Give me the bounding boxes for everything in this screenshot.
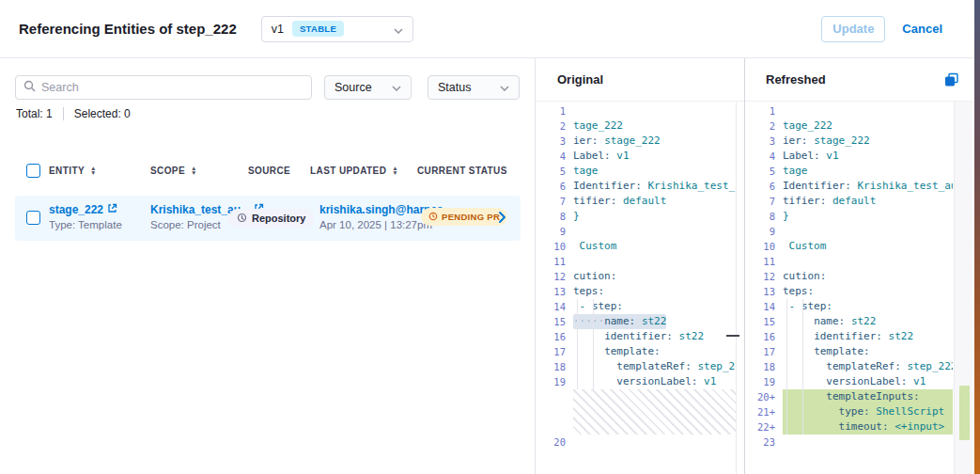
row-checkbox[interactable] bbox=[26, 211, 40, 225]
clock-icon bbox=[428, 212, 438, 223]
version-select[interactable]: v1 STABLE bbox=[261, 16, 413, 42]
code-line: 18 templateRef: step_222 bbox=[751, 359, 953, 374]
update-button[interactable]: Update bbox=[821, 16, 885, 42]
original-pane: Original 12tage_2223ier: stage_2224Label… bbox=[536, 58, 745, 474]
table-row[interactable]: stage_222 Type: Template Krishika_test_a… bbox=[15, 196, 521, 241]
status-badge: PENDING PR bbox=[421, 208, 507, 226]
entity-link[interactable]: stage_222 bbox=[49, 203, 122, 216]
code-line: 2tage_222 bbox=[541, 118, 736, 134]
page-edge-accent bbox=[974, 0, 980, 474]
code-line: 16 identifier: st22 bbox=[541, 329, 736, 344]
code-line: 11 bbox=[751, 254, 953, 269]
total-count: Total: 1 bbox=[16, 107, 53, 120]
code-line: 14 - step: bbox=[541, 299, 736, 314]
code-line: 22+ timeout: <+input> bbox=[751, 419, 953, 434]
code-line: 14 - step: bbox=[751, 299, 953, 314]
code-line: 13teps: bbox=[751, 284, 953, 299]
chevron-down-icon bbox=[394, 21, 403, 38]
code-line: 3ier: stage_222 bbox=[751, 134, 953, 149]
top-bar: Referencing Entities of step_222 v1 STAB… bbox=[0, 0, 980, 58]
code-line: 1 bbox=[541, 103, 736, 118]
code-line: 10 Custom bbox=[751, 239, 953, 254]
divider bbox=[63, 107, 64, 120]
original-title: Original bbox=[557, 72, 603, 87]
stable-badge: STABLE bbox=[292, 21, 344, 37]
status-filter-dropdown[interactable]: Status bbox=[428, 75, 520, 100]
sort-icon[interactable]: ▲▼ bbox=[90, 166, 97, 175]
code-line: 8} bbox=[751, 209, 953, 224]
entity-cell: stage_222 Type: Template bbox=[49, 203, 122, 230]
refreshed-title: Refreshed bbox=[766, 72, 826, 87]
page-title: Referencing Entities of step_222 bbox=[19, 21, 237, 37]
code-line: 5tage bbox=[541, 164, 736, 179]
column-source: SOURCE bbox=[248, 166, 290, 176]
sort-icon[interactable]: ▲▼ bbox=[191, 166, 197, 175]
scrollbar-track[interactable] bbox=[736, 102, 737, 474]
diff-collapsed-region bbox=[573, 389, 736, 434]
code-line: 10 Custom bbox=[541, 239, 736, 254]
code-line: 11 bbox=[541, 254, 736, 269]
column-scope: SCOPE ▲▼ bbox=[150, 166, 197, 176]
search-input[interactable] bbox=[41, 81, 303, 94]
column-current-status: CURRENT STATUS bbox=[417, 166, 507, 176]
indent-guide bbox=[593, 299, 594, 389]
entity-type: Type: Template bbox=[49, 219, 122, 230]
indent-guide bbox=[577, 299, 578, 389]
version-label: v1 bbox=[272, 23, 284, 36]
column-last-updated: LAST UPDATED ▲▼ bbox=[310, 166, 398, 176]
code-line: 6Identifier: Krishika_test_aut bbox=[541, 179, 736, 194]
code-line: 4Label: v1 bbox=[541, 149, 736, 164]
code-line: 23 bbox=[751, 434, 953, 450]
code-line: 2tage_222 bbox=[751, 118, 953, 134]
code-line: 12cution: bbox=[751, 269, 953, 284]
cancel-button[interactable]: Cancel bbox=[902, 22, 942, 36]
overview-added-marker bbox=[959, 386, 970, 440]
original-code: 12tage_2223ier: stage_2224Label: v15tage… bbox=[536, 102, 736, 474]
selected-count: Selected: 0 bbox=[74, 107, 131, 120]
code-line: 4Label: v1 bbox=[751, 149, 953, 164]
code-line: 9 bbox=[751, 224, 953, 239]
code-line: 15 name: st22 bbox=[751, 314, 953, 329]
copy-icon[interactable] bbox=[944, 72, 959, 87]
code-line: 20+ templateInputs: bbox=[751, 389, 953, 404]
diff-position-marker bbox=[726, 335, 739, 337]
entities-list-panel: Source Status Total: 1 Selected: 0 ENTIT… bbox=[0, 58, 536, 474]
referencing-entities-drawer: Referencing Entities of step_222 v1 STAB… bbox=[0, 0, 980, 474]
source-filter-label: Source bbox=[334, 81, 372, 94]
totals-bar: Total: 1 Selected: 0 bbox=[16, 107, 131, 120]
code-line: 19 versionLabel: v1 bbox=[541, 374, 736, 389]
column-entity: ENTITY ▲▼ bbox=[49, 166, 97, 176]
code-line: 6Identifier: Krishika_test_aut bbox=[751, 179, 953, 194]
table-header: ENTITY ▲▼ SCOPE ▲▼ SOURCE LAST UPDATED ▲… bbox=[15, 164, 521, 184]
status-filter-label: Status bbox=[438, 81, 471, 94]
sort-icon[interactable]: ▲▼ bbox=[392, 166, 398, 175]
chevron-down-icon bbox=[500, 81, 509, 94]
external-link-icon[interactable] bbox=[107, 203, 117, 216]
select-all-checkbox[interactable] bbox=[26, 164, 40, 178]
code-line: 7tifier: default bbox=[541, 194, 736, 209]
search-box bbox=[15, 75, 312, 100]
chevron-down-icon bbox=[392, 81, 401, 94]
refreshed-code: 12tage_2223ier: stage_2224Label: v15tage… bbox=[745, 102, 953, 474]
search-icon bbox=[23, 79, 36, 96]
expand-row-chevron[interactable] bbox=[498, 211, 506, 228]
refreshed-pane: Refreshed 12tage_2223ier: stage_2224Labe… bbox=[745, 58, 972, 474]
code-line: 5tage bbox=[751, 164, 953, 179]
indent-guide bbox=[786, 299, 787, 434]
repository-icon bbox=[237, 213, 247, 225]
code-line: 7tifier: default bbox=[751, 194, 953, 209]
code-line: 1 bbox=[751, 103, 953, 118]
overview-ruler[interactable] bbox=[954, 102, 972, 474]
code-line: 17 template: bbox=[751, 344, 953, 359]
code-line: 16 identifier: st22 bbox=[751, 329, 953, 344]
code-line: 3ier: stage_222 bbox=[541, 134, 736, 149]
source-filter-dropdown[interactable]: Source bbox=[324, 75, 412, 100]
code-line: 19 versionLabel: v1 bbox=[751, 374, 953, 389]
code-line: 8} bbox=[541, 209, 736, 224]
code-line: 13teps: bbox=[541, 284, 736, 299]
code-line: 12cution: bbox=[541, 269, 736, 284]
code-line: 18 templateRef: step_222 bbox=[541, 359, 736, 374]
yaml-diff-section: Original 12tage_2223ier: stage_2224Label… bbox=[536, 58, 980, 474]
code-line: 9 bbox=[541, 224, 736, 239]
indent-guide bbox=[802, 299, 803, 434]
